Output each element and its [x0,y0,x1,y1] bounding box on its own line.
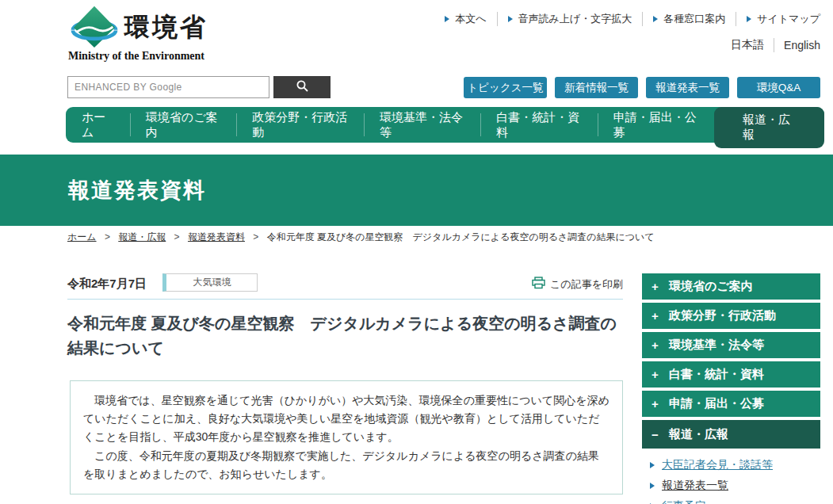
utility-link-sitemap[interactable]: サイトマップ [736,12,822,26]
breadcrumb-separator: > [105,231,110,242]
nav-item-policy[interactable]: 政策分野・行政活動 [236,107,364,143]
topics-list-button[interactable]: トピックス一覧 [464,77,547,98]
arrow-right-icon [747,16,751,22]
article-meta: 令和2年7月7日 大気環境 この記事を印刷 [67,273,623,299]
summary-paragraph: 環境省では、星空観察を通じて光害（ひかりがい）や大気汚染、環境保全の重要性につい… [83,391,609,447]
new-info-list-button[interactable]: 新着情報一覧 [555,77,638,98]
breadcrumb-separator: > [174,231,180,242]
sidebar-link-minister-press-conference[interactable]: 大臣記者会見・談話等 [650,458,820,472]
arrow-right-icon [650,462,655,468]
expand-icon: + [651,280,669,293]
article: 令和2年7月7日 大気環境 この記事を印刷 令和元年度 夏及び冬の星空観察 デジ… [67,273,623,494]
article-title: 令和元年度 夏及び冬の星空観察 デジタルカメラによる夜空の明るさ調査の結果につい… [67,311,630,361]
nav-item-standards[interactable]: 環境基準・法令等 [364,107,480,143]
summary-paragraph: この度、令和元年度の夏期及び冬期観察で実施した、デジタルカメラによる夜空の明るさ… [83,447,609,483]
sidebar-section-whitepapers[interactable]: + 白書・統計・資料 [642,361,820,388]
quick-links: トピックス一覧 新着情報一覧 報道発表一覧 環境Q&A [464,77,820,98]
breadcrumb-home[interactable]: ホーム [67,231,97,242]
breadcrumb-press[interactable]: 報道・広報 [118,231,166,242]
expand-icon: + [651,309,669,323]
utility-link-text-to-speech[interactable]: 音声読み上げ・文字拡大 [498,12,644,26]
meta-divider [67,299,623,300]
printer-icon [532,277,550,292]
nav-item-home[interactable]: ホーム [66,107,130,143]
expand-icon: + [651,397,669,410]
sidebar-submenu: 大臣記者会見・談話等 報道発表一覧 行事予定 [642,449,820,504]
global-nav: ホーム 環境省のご案内 政策分野・行政活動 環境基準・法令等 白書・統計・資料 … [66,107,824,143]
nav-item-whitepapers[interactable]: 白書・統計・資料 [480,107,597,143]
lang-link-japanese[interactable]: 日本語 [721,38,774,52]
utility-link-main-content[interactable]: 本文へ [434,12,497,26]
utility-link-contact-windows[interactable]: 各種窓口案内 [643,12,736,26]
page-title: 報道発表資料 [68,176,206,204]
print-article-link[interactable]: この記事を印刷 [532,277,623,292]
expand-icon: + [651,368,669,381]
arrow-right-icon [508,16,513,22]
site-subtitle: Ministry of the Environment [68,50,208,63]
sidebar-section-applications[interactable]: + 申請・届出・公募 [642,391,820,417]
collapse-icon: − [651,428,669,441]
sidebar-link-event-schedule[interactable]: 行事予定 [650,499,820,504]
breadcrumb: ホーム > 報道・広報 > 報道発表資料 > 令和元年度 夏及び冬の星空観察 デ… [67,231,655,244]
category-tag[interactable]: 大気環境 [162,273,258,292]
article-summary-box: 環境省では、星空観察を通じて光害（ひかりがい）や大気汚染、環境保全の重要性につい… [70,380,623,494]
site-logo[interactable]: 環境省 Ministry of the Environment [68,4,208,63]
expand-icon: + [651,338,669,352]
ministry-logo-icon [68,4,120,52]
lang-link-english[interactable]: English [774,39,822,52]
breadcrumb-press-releases[interactable]: 報道発表資料 [188,231,245,242]
sidebar-section-press[interactable]: − 報道・広報 [642,420,820,449]
sidebar-section-standards[interactable]: + 環境基準・法令等 [642,332,820,358]
sidebar-link-press-release-list[interactable]: 報道発表一覧 [650,479,820,493]
search-button[interactable] [273,76,331,98]
breadcrumb-separator: > [253,231,258,242]
arrow-right-icon [445,16,449,22]
press-release-list-button[interactable]: 報道発表一覧 [646,77,729,98]
breadcrumb-current: 令和元年度 夏及び冬の星空観察 デジタルカメラによる夜空の明るさ調査の結果につい… [267,231,655,242]
sidebar-section-policy[interactable]: + 政策分野・行政活動 [642,303,820,329]
sidebar-section-about[interactable]: + 環境省のご案内 [642,273,820,300]
site-search [67,76,331,98]
sidebar: + 環境省のご案内 + 政策分野・行政活動 + 環境基準・法令等 + 白書・統計… [642,273,820,504]
search-icon [296,79,309,95]
nav-item-press[interactable]: 報道・広報 [714,107,824,148]
arrow-right-icon [650,483,655,489]
nav-item-about[interactable]: 環境省のご案内 [130,107,237,143]
site-title: 環境省 [124,10,208,45]
page-banner: 報道発表資料 [0,155,833,226]
page: 環境省 Ministry of the Environment 本文へ 音声読み… [0,0,833,504]
utility-nav: 本文へ 音声読み上げ・文字拡大 各種窓口案内 サイトマップ 日本語 Englis… [434,12,822,52]
env-qa-button[interactable]: 環境Q&A [737,77,820,98]
article-date: 令和2年7月7日 [67,273,147,292]
arrow-right-icon [653,16,658,22]
search-input[interactable] [67,76,269,98]
nav-item-applications[interactable]: 申請・届出・公募 [598,107,714,143]
